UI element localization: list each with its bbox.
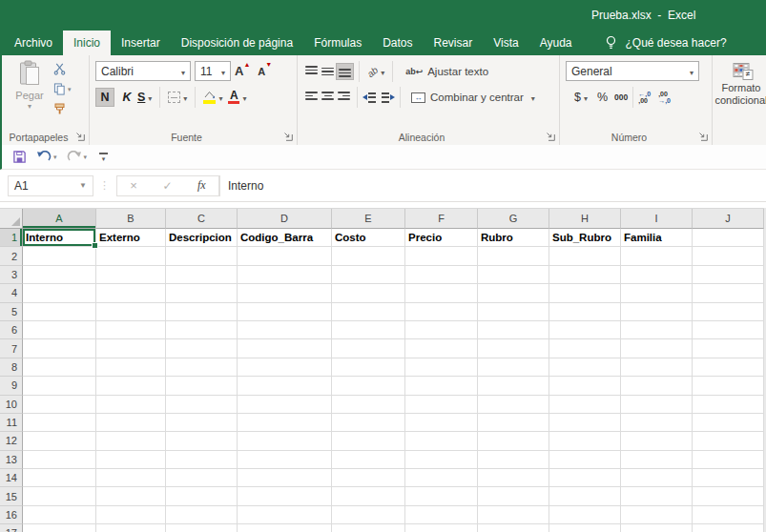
align-left-button[interactable] (303, 90, 320, 105)
tab-revisar[interactable]: Revisar (424, 31, 484, 55)
cell-F4[interactable] (405, 284, 478, 302)
row-header-9[interactable]: 9 (0, 377, 23, 395)
cell-H5[interactable] (549, 303, 621, 321)
insert-function-button[interactable]: fx (197, 178, 206, 193)
cell-A17[interactable] (23, 524, 96, 532)
cell-I16[interactable] (621, 506, 693, 524)
cell-H12[interactable] (549, 432, 621, 450)
cell-A8[interactable] (23, 358, 96, 377)
cell-A6[interactable] (23, 321, 96, 339)
row-header-1[interactable]: 1 (0, 229, 23, 247)
cell-B4[interactable] (96, 284, 166, 302)
column-header-H[interactable]: H (549, 209, 621, 229)
cell-E4[interactable] (332, 284, 405, 302)
borders-button[interactable] (165, 89, 190, 106)
column-header-I[interactable]: I (621, 209, 693, 229)
cell-I14[interactable] (621, 469, 693, 487)
cell-B11[interactable] (96, 414, 166, 432)
cell-C16[interactable] (166, 506, 238, 524)
cell-D13[interactable] (238, 451, 332, 469)
cell-G7[interactable] (478, 339, 549, 358)
cell-F7[interactable] (405, 339, 478, 358)
cell-G16[interactable] (478, 506, 549, 524)
cancel-icon[interactable]: × (130, 178, 137, 193)
tab-insertar[interactable]: Insertar (111, 31, 171, 55)
row-header-17[interactable]: 17 (0, 524, 23, 532)
cell-B9[interactable] (96, 377, 166, 395)
row-header-6[interactable]: 6 (0, 321, 23, 339)
wrap-text-button[interactable]: ab↩ Ajustar texto (405, 66, 488, 77)
row-header-11[interactable]: 11 (0, 414, 23, 432)
cell-E1[interactable]: Costo (332, 229, 405, 247)
cell-F6[interactable] (405, 321, 478, 339)
row-header-14[interactable]: 14 (0, 469, 23, 487)
cell-G8[interactable] (478, 358, 549, 377)
cell-C6[interactable] (166, 321, 238, 339)
cell-H8[interactable] (549, 358, 621, 377)
cell-B6[interactable] (96, 321, 166, 339)
cell-I3[interactable] (621, 266, 693, 284)
font-color-button[interactable]: A (225, 89, 249, 107)
increase-decimal-button[interactable]: ←,0 ,00 (638, 91, 651, 104)
column-header-J[interactable]: J (693, 209, 764, 229)
cell-H14[interactable] (549, 469, 621, 487)
increase-font-button[interactable]: A▲ (235, 64, 250, 78)
cell-G14[interactable] (478, 469, 549, 487)
cell-H17[interactable] (549, 524, 621, 532)
cell-B15[interactable] (96, 487, 166, 505)
cell-C12[interactable] (166, 432, 238, 450)
format-painter-button[interactable] (53, 102, 72, 116)
cell-D12[interactable] (238, 432, 332, 450)
select-all-corner[interactable] (0, 209, 23, 229)
redo-button[interactable]: ▾ (64, 151, 91, 164)
cell-B12[interactable] (96, 432, 166, 450)
cell-A3[interactable] (23, 266, 96, 284)
cell-I9[interactable] (621, 377, 693, 395)
cell-H4[interactable] (549, 284, 621, 302)
cell-J14[interactable] (693, 469, 764, 487)
align-bottom-button[interactable] (336, 63, 354, 80)
bold-button[interactable]: N (95, 88, 114, 107)
cell-B17[interactable] (96, 524, 166, 532)
cell-C2[interactable] (166, 247, 238, 265)
cell-C4[interactable] (166, 284, 238, 302)
fill-color-button[interactable] (200, 89, 225, 106)
cell-H13[interactable] (549, 451, 621, 469)
cell-F15[interactable] (405, 487, 478, 505)
cell-I8[interactable] (621, 358, 693, 377)
row-header-5[interactable]: 5 (0, 303, 23, 321)
cell-B7[interactable] (96, 339, 166, 358)
cell-H6[interactable] (549, 321, 621, 339)
cell-I2[interactable] (621, 247, 693, 265)
row-header-10[interactable]: 10 (0, 396, 23, 414)
cell-J9[interactable] (693, 377, 764, 395)
row-header-15[interactable]: 15 (0, 487, 23, 505)
cell-I10[interactable] (621, 396, 693, 414)
cell-E16[interactable] (332, 506, 405, 524)
tell-me-search[interactable]: ¿Qué desea hacer? (595, 31, 735, 55)
cell-F11[interactable] (405, 414, 478, 432)
cell-D3[interactable] (238, 266, 332, 284)
dialog-launcher-icon[interactable] (698, 132, 708, 141)
cell-A13[interactable] (23, 451, 96, 469)
cell-H1[interactable]: Sub_Rubro (549, 229, 621, 247)
cell-F1[interactable]: Precio (405, 229, 478, 247)
cell-H16[interactable] (549, 506, 621, 524)
cell-G6[interactable] (478, 321, 549, 339)
cell-E5[interactable] (332, 303, 405, 321)
cell-J7[interactable] (693, 339, 764, 358)
cell-I6[interactable] (621, 321, 693, 339)
formula-bar-splitter[interactable]: ⋮ (99, 179, 111, 192)
cell-G15[interactable] (478, 487, 549, 505)
cell-C9[interactable] (166, 377, 238, 395)
paste-button[interactable]: Pegar ▾ (10, 60, 50, 127)
font-size-combobox[interactable]: 11 (195, 61, 231, 81)
undo-button[interactable]: ▾ (33, 151, 60, 164)
cell-I13[interactable] (621, 451, 693, 469)
cell-E8[interactable] (332, 358, 405, 377)
save-button[interactable] (10, 150, 30, 164)
cell-G13[interactable] (478, 451, 549, 469)
cell-B8[interactable] (96, 358, 166, 377)
cell-E15[interactable] (332, 487, 405, 505)
cell-F14[interactable] (405, 469, 478, 487)
